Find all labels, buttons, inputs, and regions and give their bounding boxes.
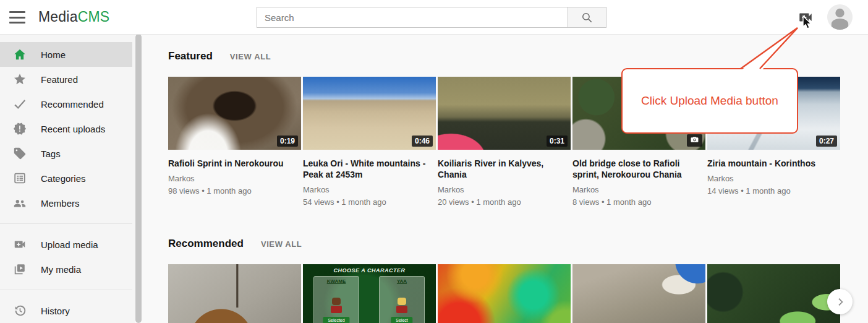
section-title: Recommended [168,238,244,250]
sidebar-item-label: Home [41,50,66,60]
video-library-icon [12,262,27,277]
upload-media-button[interactable] [798,9,814,25]
sidebar-item-label: My media [41,264,81,275]
camera-badge [687,134,702,147]
video-meta: 98 views • 1 month ago [168,186,301,196]
game-character-sprite [396,298,407,314]
sidebar-item-recent-uploads[interactable]: Recent uploads [0,116,132,141]
video-meta: 14 views • 1 month ago [707,186,840,196]
video-title[interactable]: Old bridge close to Rafioli sprint, Nero… [572,158,705,180]
sidebar-item-label: Tags [41,149,61,159]
video-meta: 54 views • 1 month ago [303,197,436,207]
video-title[interactable]: Koiliaris River in Kalyves, Chania [438,158,571,180]
video-thumbnail[interactable]: CHOOSE A CHARACTER KWAME Selected YAA [303,264,436,323]
view-all-link[interactable]: VIEW ALL [230,52,271,61]
sidebar-item-label: Recent uploads [41,124,105,134]
sidebar-item-recommended[interactable]: Recommended [0,92,132,116]
video-card: 0:19 Rafioli Sprint in Nerokourou Markos… [168,77,301,207]
sidebar-scrollbar-thumb[interactable] [135,34,142,323]
search-icon [581,12,593,24]
video-thumbnail[interactable]: 0:19 [168,77,301,150]
members-icon [12,196,27,210]
video-thumbnail[interactable] [168,264,301,323]
tooltip-callout: Click Upload Media button [621,68,798,134]
video-author[interactable]: Markos [707,174,840,183]
sidebar-item-featured[interactable]: Featured [0,67,132,92]
game-character-name: KWAME [314,278,359,284]
sidebar-item-label: Upload media [41,239,98,250]
carousel-next-button[interactable] [827,289,853,314]
game-character-sprite [331,298,342,314]
sidebar-item-label: Categories [41,173,86,184]
video-card: 0:46 Leuka Ori - White mountains - Peak … [303,77,436,207]
sidebar-item-tags[interactable]: Tags [0,141,132,166]
sidebar-item-label: Recommended [41,99,104,110]
video-author[interactable]: Markos [303,185,436,194]
sidebar-item-label: Featured [41,74,78,85]
top-bar: MediaCMS [0,0,868,35]
app-logo[interactable]: MediaCMS [38,9,109,25]
game-character-name: YAA [380,278,424,284]
sidebar-item-label: History [41,306,70,316]
duration-badge: 0:31 [547,136,568,147]
person-icon [827,4,853,30]
sidebar-divider [0,290,132,290]
view-all-link[interactable]: VIEW ALL [261,239,302,249]
video-thumbnail[interactable]: 0:46 [303,77,436,150]
history-icon [12,303,27,318]
sidebar-item-members[interactable]: Members [0,191,132,215]
video-card: CHOOSE A CHARACTER KWAME Selected YAA [303,264,436,323]
video-title[interactable]: Leuka Ori - White mountains - Peak at 24… [303,158,436,180]
user-avatar[interactable] [827,4,853,30]
video-thumbnail[interactable]: 0:31 [438,77,571,150]
sidebar: Home Featured Recommended Recent uploads… [0,35,137,323]
home-icon [12,47,27,62]
tag-icon [12,146,27,161]
video-thumbnail[interactable] [438,264,571,323]
star-icon [12,72,27,87]
categories-icon [12,171,27,186]
hamburger-menu-icon[interactable] [9,11,25,24]
search-button[interactable] [568,7,606,28]
video-thumbnail[interactable] [707,264,840,323]
duration-badge: 0:19 [277,136,298,147]
recommended-section: Recommended VIEW ALL CHOOSE A CHARACTER … [168,238,842,323]
video-author[interactable]: Markos [438,185,571,194]
new-releases-icon [12,121,27,136]
video-meta: 8 views • 1 month ago [572,197,705,207]
video-meta: 20 views • 1 month ago [438,197,571,207]
sidebar-item-categories[interactable]: Categories [0,166,132,191]
video-author[interactable]: Markos [572,185,705,194]
logo-media-text: Media [38,9,78,25]
video-title[interactable]: Ziria mountain - Korinthos [707,158,840,169]
logo-cms-text: CMS [78,9,110,25]
video-thumbnail[interactable] [572,264,705,323]
video-card: 0:31 Koiliaris River in Kalyves, Chania … [438,77,571,207]
sidebar-item-label: Members [41,198,80,209]
video-card [438,264,571,323]
duration-badge: 0:46 [412,136,433,147]
sidebar-item-home[interactable]: Home [0,42,132,67]
sidebar-item-my-media[interactable]: My media [0,257,132,282]
video-card [572,264,705,323]
camera-icon [691,136,699,143]
section-title: Featured [168,50,213,62]
video-title[interactable]: Rafioli Sprint in Nerokourou [168,158,301,169]
sidebar-divider [0,223,132,224]
video-author[interactable]: Markos [168,174,301,183]
duration-badge: 0:27 [816,136,837,147]
check-icon [12,97,27,111]
video-call-icon [798,9,814,25]
sidebar-item-upload-media[interactable]: Upload media [0,232,132,257]
game-panel-left: KWAME Selected [313,276,359,323]
video-card [168,264,301,323]
search-bar [257,7,606,28]
game-select-button: Selected [323,317,349,323]
upload-media-icon [12,237,27,252]
game-select-button: Select [391,317,412,323]
search-input[interactable] [257,7,568,28]
video-card [707,264,840,323]
game-panel-right: YAA Select [379,276,425,323]
sidebar-item-history[interactable]: History [0,298,132,323]
game-thumb-title: CHOOSE A CHARACTER [303,267,436,273]
